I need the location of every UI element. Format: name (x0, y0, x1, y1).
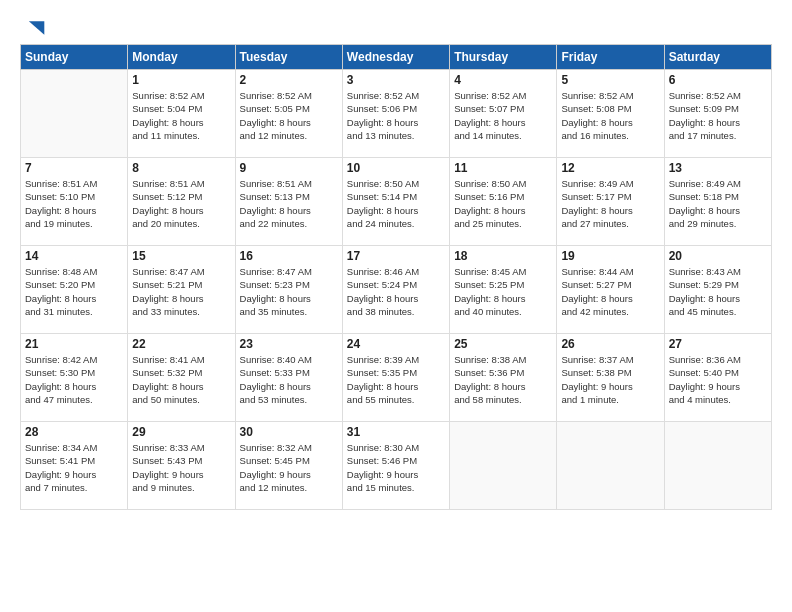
day-info: Sunrise: 8:52 AM Sunset: 5:06 PM Dayligh… (347, 89, 445, 142)
calendar-cell: 28Sunrise: 8:34 AM Sunset: 5:41 PM Dayli… (21, 422, 128, 510)
header (20, 16, 772, 36)
calendar-cell: 4Sunrise: 8:52 AM Sunset: 5:07 PM Daylig… (450, 70, 557, 158)
day-info: Sunrise: 8:50 AM Sunset: 5:16 PM Dayligh… (454, 177, 552, 230)
calendar-cell: 1Sunrise: 8:52 AM Sunset: 5:04 PM Daylig… (128, 70, 235, 158)
day-info: Sunrise: 8:52 AM Sunset: 5:05 PM Dayligh… (240, 89, 338, 142)
calendar-cell: 9Sunrise: 8:51 AM Sunset: 5:13 PM Daylig… (235, 158, 342, 246)
calendar-cell: 8Sunrise: 8:51 AM Sunset: 5:12 PM Daylig… (128, 158, 235, 246)
day-number: 7 (25, 161, 123, 175)
page: SundayMondayTuesdayWednesdayThursdayFrid… (0, 0, 792, 520)
day-number: 29 (132, 425, 230, 439)
week-row-4: 21Sunrise: 8:42 AM Sunset: 5:30 PM Dayli… (21, 334, 772, 422)
day-header-sunday: Sunday (21, 45, 128, 70)
day-number: 17 (347, 249, 445, 263)
day-info: Sunrise: 8:47 AM Sunset: 5:21 PM Dayligh… (132, 265, 230, 318)
calendar-cell (557, 422, 664, 510)
calendar-cell: 26Sunrise: 8:37 AM Sunset: 5:38 PM Dayli… (557, 334, 664, 422)
day-info: Sunrise: 8:52 AM Sunset: 5:04 PM Dayligh… (132, 89, 230, 142)
day-info: Sunrise: 8:36 AM Sunset: 5:40 PM Dayligh… (669, 353, 767, 406)
calendar-cell: 25Sunrise: 8:38 AM Sunset: 5:36 PM Dayli… (450, 334, 557, 422)
week-row-2: 7Sunrise: 8:51 AM Sunset: 5:10 PM Daylig… (21, 158, 772, 246)
day-info: Sunrise: 8:52 AM Sunset: 5:09 PM Dayligh… (669, 89, 767, 142)
week-row-5: 28Sunrise: 8:34 AM Sunset: 5:41 PM Dayli… (21, 422, 772, 510)
calendar-cell: 3Sunrise: 8:52 AM Sunset: 5:06 PM Daylig… (342, 70, 449, 158)
calendar-cell: 13Sunrise: 8:49 AM Sunset: 5:18 PM Dayli… (664, 158, 771, 246)
day-number: 13 (669, 161, 767, 175)
calendar-cell: 22Sunrise: 8:41 AM Sunset: 5:32 PM Dayli… (128, 334, 235, 422)
day-number: 22 (132, 337, 230, 351)
day-info: Sunrise: 8:43 AM Sunset: 5:29 PM Dayligh… (669, 265, 767, 318)
day-info: Sunrise: 8:49 AM Sunset: 5:18 PM Dayligh… (669, 177, 767, 230)
day-info: Sunrise: 8:45 AM Sunset: 5:25 PM Dayligh… (454, 265, 552, 318)
logo-icon (22, 16, 46, 40)
day-number: 4 (454, 73, 552, 87)
day-info: Sunrise: 8:46 AM Sunset: 5:24 PM Dayligh… (347, 265, 445, 318)
calendar-header-row: SundayMondayTuesdayWednesdayThursdayFrid… (21, 45, 772, 70)
calendar-cell: 21Sunrise: 8:42 AM Sunset: 5:30 PM Dayli… (21, 334, 128, 422)
day-info: Sunrise: 8:42 AM Sunset: 5:30 PM Dayligh… (25, 353, 123, 406)
day-number: 16 (240, 249, 338, 263)
day-info: Sunrise: 8:51 AM Sunset: 5:10 PM Dayligh… (25, 177, 123, 230)
day-number: 10 (347, 161, 445, 175)
calendar-cell: 24Sunrise: 8:39 AM Sunset: 5:35 PM Dayli… (342, 334, 449, 422)
day-info: Sunrise: 8:52 AM Sunset: 5:07 PM Dayligh… (454, 89, 552, 142)
calendar-cell: 5Sunrise: 8:52 AM Sunset: 5:08 PM Daylig… (557, 70, 664, 158)
day-number: 28 (25, 425, 123, 439)
day-info: Sunrise: 8:49 AM Sunset: 5:17 PM Dayligh… (561, 177, 659, 230)
day-number: 12 (561, 161, 659, 175)
day-number: 5 (561, 73, 659, 87)
day-info: Sunrise: 8:50 AM Sunset: 5:14 PM Dayligh… (347, 177, 445, 230)
day-number: 20 (669, 249, 767, 263)
calendar-cell (21, 70, 128, 158)
day-number: 6 (669, 73, 767, 87)
week-row-1: 1Sunrise: 8:52 AM Sunset: 5:04 PM Daylig… (21, 70, 772, 158)
day-info: Sunrise: 8:47 AM Sunset: 5:23 PM Dayligh… (240, 265, 338, 318)
calendar-cell: 30Sunrise: 8:32 AM Sunset: 5:45 PM Dayli… (235, 422, 342, 510)
day-header-wednesday: Wednesday (342, 45, 449, 70)
day-number: 18 (454, 249, 552, 263)
day-info: Sunrise: 8:33 AM Sunset: 5:43 PM Dayligh… (132, 441, 230, 494)
calendar-cell: 29Sunrise: 8:33 AM Sunset: 5:43 PM Dayli… (128, 422, 235, 510)
day-number: 14 (25, 249, 123, 263)
calendar-cell: 12Sunrise: 8:49 AM Sunset: 5:17 PM Dayli… (557, 158, 664, 246)
day-header-monday: Monday (128, 45, 235, 70)
calendar-cell: 11Sunrise: 8:50 AM Sunset: 5:16 PM Dayli… (450, 158, 557, 246)
day-header-saturday: Saturday (664, 45, 771, 70)
calendar-cell: 31Sunrise: 8:30 AM Sunset: 5:46 PM Dayli… (342, 422, 449, 510)
day-number: 23 (240, 337, 338, 351)
day-info: Sunrise: 8:51 AM Sunset: 5:13 PM Dayligh… (240, 177, 338, 230)
svg-marker-0 (29, 21, 44, 35)
day-number: 21 (25, 337, 123, 351)
day-number: 15 (132, 249, 230, 263)
day-number: 11 (454, 161, 552, 175)
calendar-cell (664, 422, 771, 510)
day-number: 30 (240, 425, 338, 439)
calendar-cell: 23Sunrise: 8:40 AM Sunset: 5:33 PM Dayli… (235, 334, 342, 422)
day-number: 3 (347, 73, 445, 87)
calendar-cell: 19Sunrise: 8:44 AM Sunset: 5:27 PM Dayli… (557, 246, 664, 334)
day-info: Sunrise: 8:32 AM Sunset: 5:45 PM Dayligh… (240, 441, 338, 494)
day-number: 1 (132, 73, 230, 87)
day-number: 24 (347, 337, 445, 351)
day-header-thursday: Thursday (450, 45, 557, 70)
day-number: 19 (561, 249, 659, 263)
calendar: SundayMondayTuesdayWednesdayThursdayFrid… (20, 44, 772, 510)
day-info: Sunrise: 8:51 AM Sunset: 5:12 PM Dayligh… (132, 177, 230, 230)
day-number: 31 (347, 425, 445, 439)
day-number: 2 (240, 73, 338, 87)
day-info: Sunrise: 8:48 AM Sunset: 5:20 PM Dayligh… (25, 265, 123, 318)
day-number: 26 (561, 337, 659, 351)
week-row-3: 14Sunrise: 8:48 AM Sunset: 5:20 PM Dayli… (21, 246, 772, 334)
calendar-cell: 14Sunrise: 8:48 AM Sunset: 5:20 PM Dayli… (21, 246, 128, 334)
day-info: Sunrise: 8:34 AM Sunset: 5:41 PM Dayligh… (25, 441, 123, 494)
day-info: Sunrise: 8:44 AM Sunset: 5:27 PM Dayligh… (561, 265, 659, 318)
day-info: Sunrise: 8:38 AM Sunset: 5:36 PM Dayligh… (454, 353, 552, 406)
day-info: Sunrise: 8:52 AM Sunset: 5:08 PM Dayligh… (561, 89, 659, 142)
calendar-cell: 6Sunrise: 8:52 AM Sunset: 5:09 PM Daylig… (664, 70, 771, 158)
calendar-cell: 16Sunrise: 8:47 AM Sunset: 5:23 PM Dayli… (235, 246, 342, 334)
day-info: Sunrise: 8:30 AM Sunset: 5:46 PM Dayligh… (347, 441, 445, 494)
day-number: 27 (669, 337, 767, 351)
calendar-cell: 17Sunrise: 8:46 AM Sunset: 5:24 PM Dayli… (342, 246, 449, 334)
logo (20, 16, 46, 36)
day-number: 8 (132, 161, 230, 175)
